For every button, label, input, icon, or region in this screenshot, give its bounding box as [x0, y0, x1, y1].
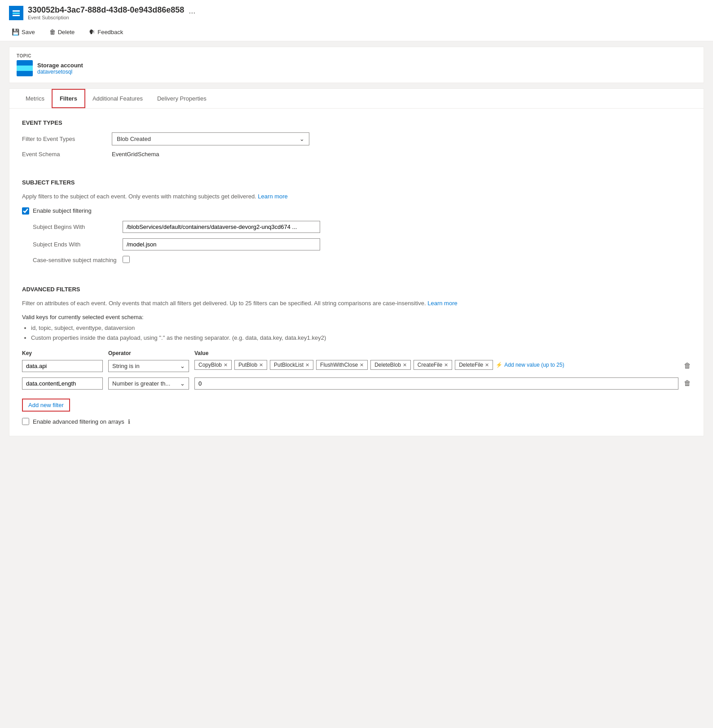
enable-subject-filtering-checkbox[interactable] — [22, 207, 29, 215]
subject-ends-with-input[interactable] — [123, 238, 320, 250]
subject-ends-with-row: Subject Ends With — [33, 238, 691, 250]
filter-row-1: String is in ⌄ CopyBlob ✕ PutBlob ✕ — [22, 360, 691, 372]
filter-event-types-label: Filter to Event Types — [22, 136, 112, 142]
topic-type: Storage account — [37, 62, 83, 69]
case-sensitive-row: Case-sensitive subject matching — [33, 256, 691, 264]
subject-filters-desc: Apply filters to the subject of each eve… — [22, 192, 691, 201]
add-value-icon: ⚡ — [496, 362, 502, 368]
tag-createfile: CreateFile ✕ — [414, 360, 452, 370]
filter-1-key-input[interactable] — [22, 360, 103, 372]
add-new-value-button[interactable]: ⚡ Add new value (up to 25) — [496, 362, 564, 368]
enable-advanced-row: Enable advanced filtering on arrays ℹ — [22, 418, 691, 425]
subject-fields: Subject Begins With Subject Ends With Ca… — [33, 221, 691, 264]
title-row: 330052b4-3ac7-888d-43d8-0e943d86e858 Eve… — [9, 5, 704, 20]
subject-filters-title: SUBJECT FILTERS — [22, 179, 691, 186]
enable-subject-filtering-label: Enable subject filtering — [33, 207, 92, 214]
page-subtitle: Event Subscription — [28, 15, 184, 20]
save-icon: 💾 — [12, 28, 19, 35]
event-schema-row: Event Schema EventGridSchema — [22, 151, 691, 158]
tag-deletefile: DeleteFile ✕ — [455, 360, 493, 370]
tag-putblob-close[interactable]: ✕ — [259, 362, 263, 368]
tag-deleteblob: DeleteBlob ✕ — [370, 360, 411, 370]
advanced-filters-desc: Filter on attributes of each event. Only… — [22, 299, 691, 308]
filter-1-delete-icon[interactable]: 🗑 — [684, 362, 691, 370]
tag-putblocklist: PutBlockList ✕ — [270, 360, 313, 370]
feedback-button[interactable]: 🗣 Feedback — [86, 26, 126, 37]
subject-begins-with-value — [123, 221, 691, 233]
tab-filters[interactable]: Filters — [52, 89, 85, 108]
topic-card: TOPIC Storage account dataversetosql — [9, 47, 704, 83]
add-new-filter-button[interactable]: Add new filter — [22, 399, 70, 412]
header-bar: 330052b4-3ac7-888d-43d8-0e943d86e858 Eve… — [0, 0, 713, 41]
filters-table: Key Operator Value String is in ⌄ CopyBl… — [22, 350, 691, 425]
chevron-down-icon-2: ⌄ — [180, 363, 185, 369]
subscription-icon — [9, 6, 23, 20]
filter-1-operator-dropdown[interactable]: String is in ⌄ — [108, 360, 189, 372]
subject-filters-section: SUBJECT FILTERS Apply filters to the sub… — [22, 179, 691, 264]
filter-2-operator-dropdown[interactable]: Number is greater th... ⌄ — [108, 377, 189, 390]
advanced-filters-section: ADVANCED FILTERS Filter on attributes of… — [22, 286, 691, 425]
filter-row-2: Number is greater th... ⌄ 🗑 — [22, 377, 691, 390]
tag-flushwithclose-close[interactable]: ✕ — [360, 362, 364, 368]
svg-rect-2 — [13, 15, 20, 16]
enable-advanced-filtering-checkbox[interactable] — [22, 418, 29, 425]
topic-label: TOPIC — [17, 53, 83, 58]
tag-createfile-close[interactable]: ✕ — [444, 362, 448, 368]
case-sensitive-checkbox[interactable] — [123, 256, 130, 263]
main-panel: Metrics Filters Additional Features Deli… — [9, 88, 704, 436]
event-types-title: EVENT TYPES — [22, 119, 691, 126]
add-filter-label: Add new filter — [28, 402, 64, 408]
subject-ends-with-value — [123, 238, 691, 250]
tag-putblob: PutBlob ✕ — [234, 360, 267, 370]
topic-name-link[interactable]: dataversetosql — [37, 69, 83, 75]
add-value-label: Add new value (up to 25) — [504, 362, 564, 368]
more-options-icon[interactable]: ··· — [189, 8, 195, 18]
storage-account-icon — [17, 60, 33, 76]
col-header-key: Key — [22, 350, 103, 356]
tag-putblocklist-close[interactable]: ✕ — [305, 362, 309, 368]
case-sensitive-label: Case-sensitive subject matching — [33, 257, 123, 263]
subject-filters-learn-more[interactable]: Learn more — [258, 193, 287, 200]
enable-subject-filtering-row: Enable subject filtering — [22, 207, 691, 215]
chevron-down-icon-3: ⌄ — [180, 380, 185, 387]
filter-2-value-input[interactable] — [194, 377, 678, 390]
tab-delivery-properties[interactable]: Delivery Properties — [150, 89, 214, 108]
advanced-filters-title: ADVANCED FILTERS — [22, 286, 691, 293]
toolbar: 💾 Save 🗑 Delete 🗣 Feedback — [9, 23, 704, 41]
filters-header: Key Operator Value — [22, 350, 691, 356]
tab-additional-features[interactable]: Additional Features — [85, 89, 150, 108]
subject-begins-with-row: Subject Begins With — [33, 221, 691, 233]
filter-event-types-row: Filter to Event Types Blob Created ⌄ — [22, 132, 691, 145]
filter-2-key-input[interactable] — [22, 377, 103, 390]
title-text: 330052b4-3ac7-888d-43d8-0e943d86e858 Eve… — [28, 5, 184, 20]
page-title: 330052b4-3ac7-888d-43d8-0e943d86e858 — [28, 5, 184, 15]
filter-2-delete-icon[interactable]: 🗑 — [684, 379, 691, 387]
case-sensitive-checkbox-wrapper — [123, 256, 691, 264]
save-button[interactable]: 💾 Save — [9, 26, 38, 37]
filter-1-operator-value: String is in — [112, 363, 140, 369]
enable-advanced-filtering-label: Enable advanced filtering on arrays — [33, 418, 124, 425]
blob-created-dropdown[interactable]: Blob Created ⌄ — [112, 132, 309, 145]
valid-keys-label: Valid keys for currently selected event … — [22, 314, 691, 320]
tag-copyblob: CopyBlob ✕ — [194, 360, 232, 370]
subject-begins-with-input[interactable] — [123, 221, 320, 233]
svg-rect-0 — [13, 10, 20, 12]
event-schema-value: EventGridSchema — [112, 151, 691, 158]
valid-key-item-1: id, topic, subject, eventtype, dataversi… — [31, 323, 691, 333]
col-header-value: Value — [194, 350, 691, 356]
tag-deleteblob-close[interactable]: ✕ — [403, 362, 407, 368]
filter-event-types-value: Blob Created ⌄ — [112, 132, 691, 145]
tabs-bar: Metrics Filters Additional Features Deli… — [9, 89, 704, 109]
topic-section: TOPIC Storage account dataversetosql — [17, 53, 83, 76]
col-header-operator: Operator — [108, 350, 189, 356]
event-schema-label: Event Schema — [22, 151, 112, 158]
topic-info: Storage account dataversetosql — [37, 62, 83, 75]
feedback-icon: 🗣 — [89, 28, 95, 35]
subject-begins-with-label: Subject Begins With — [33, 224, 123, 230]
delete-button[interactable]: 🗑 Delete — [47, 26, 78, 37]
tag-copyblob-close[interactable]: ✕ — [224, 362, 228, 368]
event-types-section: EVENT TYPES Filter to Event Types Blob C… — [22, 119, 691, 158]
advanced-filters-learn-more[interactable]: Learn more — [427, 300, 457, 307]
tag-deletefile-close[interactable]: ✕ — [485, 362, 489, 368]
tab-metrics[interactable]: Metrics — [18, 89, 52, 108]
